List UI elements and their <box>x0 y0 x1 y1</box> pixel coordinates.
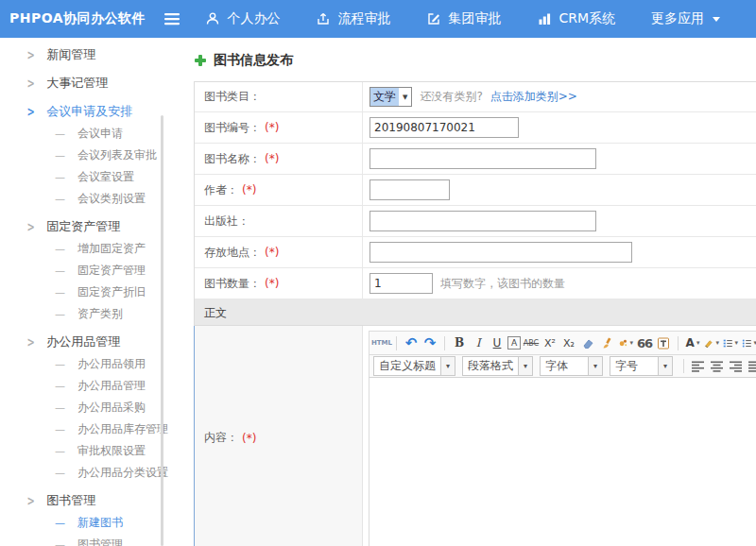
sidebar-item-book-mgmt[interactable]: —图书管理 <box>0 534 170 546</box>
dash-icon: — <box>55 358 65 370</box>
menu-icon[interactable] <box>163 12 180 26</box>
nav-label: 集团审批 <box>448 10 501 27</box>
field-label: 出版社： <box>204 213 249 230</box>
redo-icon[interactable]: ↷ <box>421 333 438 352</box>
sidebar-item-asset-category[interactable]: —资产类别 <box>0 303 170 325</box>
book-form: 图书类目： 文学 ▼ 还没有类别? 点击添加类别>> 图书编号：(*) 图书名称… <box>194 81 756 546</box>
format-painter-icon[interactable] <box>598 333 615 352</box>
field-label: 作者： <box>204 182 238 198</box>
field-label: 图书名称： <box>204 151 261 167</box>
nav-workflow-approval[interactable]: 流程审批 <box>316 10 390 27</box>
location-input[interactable] <box>369 242 632 263</box>
category-select[interactable]: 文学 ▼ <box>369 87 412 107</box>
sidebar-item-fixed-asset-group[interactable]: >固定资产管理 <box>0 215 170 238</box>
editor-content-area[interactable] <box>369 378 756 546</box>
superscript-button[interactable]: X² <box>541 333 558 352</box>
add-icon <box>194 54 207 67</box>
chevron-right-icon: > <box>26 47 34 62</box>
sidebar-item-new-book[interactable]: —新建图书 <box>0 512 170 534</box>
caret-down-icon: ▾ <box>734 339 738 347</box>
paste-plain-icon[interactable] <box>655 333 672 352</box>
unordered-list-icon[interactable]: ▾ <box>741 333 756 352</box>
sidebar-item-label: 大事记管理 <box>46 75 108 92</box>
book-name-input[interactable] <box>369 148 596 169</box>
form-row-category: 图书类目： 文学 ▼ 还没有类别? 点击添加类别>> <box>195 82 756 112</box>
font-family-select[interactable]: 字体▾ <box>540 356 603 376</box>
sidebar-item-meeting-room[interactable]: —会议室设置 <box>0 166 170 188</box>
strikethrough-button[interactable]: ABC <box>523 333 540 352</box>
main-content: 图书信息发布 图书类目： 文学 ▼ 还没有类别? 点击添加类别>> 图书编号：(… <box>170 38 756 546</box>
sidebar-item-events-mgmt[interactable]: >大事记管理 <box>0 72 170 94</box>
nav-crm-system[interactable]: CRM系统 <box>537 10 615 27</box>
font-size-select[interactable]: 字号▾ <box>610 356 673 376</box>
sidebar-item-supplies-inventory[interactable]: —办公用品库存管理 <box>0 418 170 440</box>
editor-toolbar-row1: HTML ↶ ↷ B I U A ABC X² X₂ <box>369 331 756 354</box>
quantity-input[interactable] <box>369 273 433 294</box>
select-arrow-icon: ▾ <box>440 357 455 375</box>
html-source-button[interactable]: HTML <box>373 333 390 352</box>
sidebar-item-supplies-classify[interactable]: —办公用品分类设置 <box>0 462 170 484</box>
sidebar-item-supplies-purchase[interactable]: —办公用品采购 <box>0 397 170 418</box>
required-marker: (*) <box>242 183 256 196</box>
sidebar-item-meeting-apply[interactable]: —会议申请 <box>0 123 170 145</box>
italic-button[interactable]: I <box>470 333 487 352</box>
blockquote-button[interactable]: 66 <box>636 333 653 352</box>
sidebar-item-supplies-claim[interactable]: —办公用品领用 <box>0 353 170 375</box>
font-color-label: A <box>686 336 695 350</box>
add-category-link[interactable]: 点击添加类别>> <box>490 89 577 105</box>
nav-group-approval[interactable]: 集团审批 <box>426 10 501 27</box>
sidebar-item-asset-depreciation[interactable]: —固定资产折旧 <box>0 282 170 303</box>
page-title-text: 图书信息发布 <box>214 52 293 69</box>
sidebar-item-supplies-mgmt[interactable]: —办公用品管理 <box>0 375 170 397</box>
sidebar-item-label: 审批权限设置 <box>77 443 146 459</box>
remove-format-icon[interactable] <box>579 333 596 352</box>
sidebar-item-meeting-group[interactable]: >会议申请及安排 <box>0 100 170 123</box>
char-border-button[interactable]: A <box>507 336 521 350</box>
toolbar-separator <box>678 336 679 350</box>
ordered-list-icon[interactable]: ▾ <box>722 333 739 352</box>
align-right-icon[interactable] <box>728 357 745 376</box>
sidebar-item-label: 办公用品管理 <box>46 333 120 350</box>
undo-icon[interactable]: ↶ <box>403 333 420 352</box>
auto-typeset-icon[interactable]: ▾ <box>617 333 634 352</box>
content-editor-row: 内容： (*) HTML ↶ ↷ B I U A ABC <box>194 326 756 546</box>
sidebar-item-label: 新建图书 <box>77 515 123 531</box>
edit-icon <box>426 11 441 26</box>
sidebar-item-meeting-list[interactable]: —会议列表及审批 <box>0 145 170 166</box>
subscript-button[interactable]: X₂ <box>560 333 577 352</box>
caret-down-icon <box>713 17 720 22</box>
sidebar-scrollbar[interactable] <box>161 115 163 546</box>
highlight-color-icon[interactable]: ▾ <box>703 333 720 352</box>
sidebar-item-approval-permission[interactable]: —审批权限设置 <box>0 440 170 462</box>
nav-label: 个人办公 <box>227 10 280 27</box>
sidebar-item-book-mgmt-group[interactable]: >图书管理 <box>0 489 170 512</box>
sidebar-item-meeting-category[interactable]: —会议类别设置 <box>0 188 170 210</box>
author-input[interactable] <box>369 179 450 200</box>
bold-button[interactable]: B <box>451 333 468 352</box>
custom-title-select[interactable]: 自定义标题▾ <box>373 356 455 376</box>
font-color-button[interactable]: A ▾ <box>684 333 701 352</box>
chevron-right-icon: > <box>26 334 34 350</box>
dash-icon: — <box>55 171 65 183</box>
toolbar-separator <box>444 336 445 350</box>
select-arrow-icon: ▾ <box>588 357 602 375</box>
sidebar-item-office-supplies-group[interactable]: >办公用品管理 <box>0 331 170 353</box>
sidebar-item-asset-mgmt[interactable]: —固定资产管理 <box>0 260 170 282</box>
required-marker: (*) <box>242 432 256 445</box>
align-left-icon[interactable] <box>690 357 707 376</box>
sidebar-item-label: 固定资产管理 <box>46 218 120 235</box>
app-logo[interactable]: PHPOA协同办公软件 <box>0 10 154 27</box>
book-number-input[interactable] <box>369 117 519 138</box>
sidebar: >新闻管理 >大事记管理 >会议申请及安排 —会议申请 —会议列表及审批 —会议… <box>0 38 170 546</box>
align-center-icon[interactable] <box>709 357 726 376</box>
publisher-input[interactable] <box>369 211 596 231</box>
toolbar-separator <box>683 359 684 373</box>
nav-more-apps[interactable]: 更多应用 <box>651 10 720 27</box>
paragraph-format-select[interactable]: 段落格式▾ <box>462 356 533 376</box>
underline-button[interactable]: U <box>489 333 506 352</box>
sidebar-item-add-asset[interactable]: —增加固定资产 <box>0 238 170 260</box>
sidebar-item-news-mgmt[interactable]: >新闻管理 <box>0 43 170 66</box>
align-justify-icon[interactable] <box>747 357 756 376</box>
field-label: 图书编号： <box>204 120 261 136</box>
nav-personal-office[interactable]: 个人办公 <box>205 10 280 27</box>
